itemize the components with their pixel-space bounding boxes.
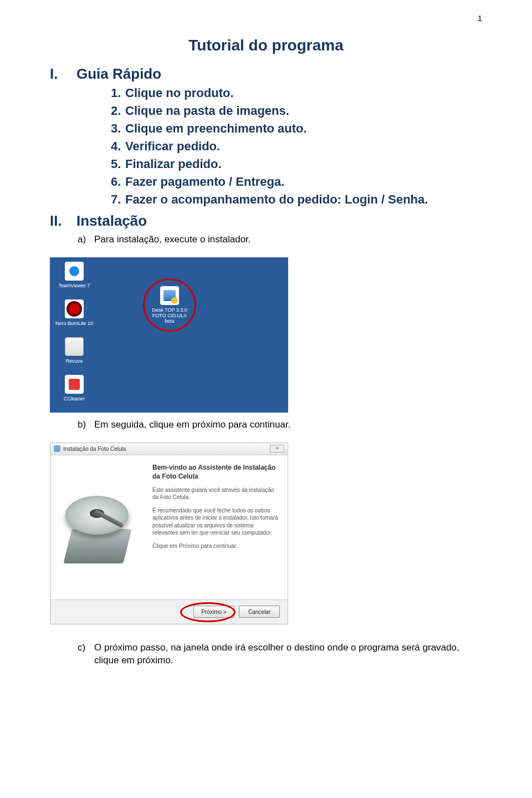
window-titlebar: Instalação da Foto Celula ✕ bbox=[50, 443, 288, 455]
harddrive-icon bbox=[62, 491, 133, 563]
section-roman: II. bbox=[50, 212, 65, 230]
instalacao-steps: c) O próximo passo, na janela onde irá e… bbox=[78, 641, 482, 668]
icon-label: CCleaner bbox=[52, 396, 96, 401]
window-close-button[interactable]: ✕ bbox=[270, 445, 284, 453]
desktop-icon-recuva[interactable]: Recuva bbox=[52, 337, 96, 364]
desktop-icon-nero[interactable]: Nero BurnLite 10 bbox=[52, 299, 96, 326]
installer-footer: Próximo > Cancelar bbox=[50, 599, 288, 624]
installer-banner bbox=[50, 455, 145, 599]
step-b: b) Em seguida, clique em próximo para co… bbox=[78, 418, 482, 431]
list-item: 5.Finalizar pedido. bbox=[111, 157, 482, 171]
highlight-oval bbox=[180, 602, 236, 622]
window-title: Instalação da Foto Celula bbox=[63, 446, 126, 452]
installer-text-panel: Bem-vindo ao Assistente de Instalação da… bbox=[145, 455, 288, 599]
desktop-screenshot: TeamViewer 7 Nero BurnLite 10 Recuva CCl… bbox=[50, 257, 288, 413]
list-item: 6.Fazer pagamento / Entrega. bbox=[111, 175, 482, 189]
icon-label: Nero BurnLite 10 bbox=[52, 321, 96, 326]
list-item: 7.Fazer o acompanhamento do pedido: Logi… bbox=[111, 192, 482, 207]
installer-paragraph: Clique em Próximo para continuar. bbox=[152, 542, 279, 550]
desktop-icon-ccleaner[interactable]: CCleaner bbox=[52, 375, 96, 401]
step-a: a) Para instalação, execute o instalador… bbox=[78, 233, 482, 246]
list-item: 2.Clique na pasta de imagens. bbox=[111, 104, 482, 118]
section-roman: I. bbox=[50, 65, 65, 83]
page-title: Tutorial do programa bbox=[50, 37, 482, 54]
section-label: Instalação bbox=[76, 212, 147, 230]
list-item: 1.Clique no produto. bbox=[111, 86, 482, 100]
list-item: 3.Clique em preenchimento auto. bbox=[111, 121, 482, 136]
section-instalacao: II. Instalação bbox=[50, 212, 482, 230]
window-icon bbox=[54, 445, 60, 452]
page-number: 1 bbox=[478, 13, 482, 23]
highlight-circle bbox=[143, 278, 196, 332]
list-item: 4.Verificar pedido. bbox=[111, 139, 482, 154]
section-guia-rapido: I. Guia Rápido bbox=[50, 65, 482, 83]
installer-paragraph: É recomendado que você feche todos os ou… bbox=[152, 507, 279, 537]
nero-icon bbox=[65, 299, 84, 318]
desktop-icon-teamviewer[interactable]: TeamViewer 7 bbox=[52, 262, 96, 288]
installer-screenshot: Instalação da Foto Celula ✕ Bem-vindo ao… bbox=[50, 443, 288, 624]
teamviewer-icon bbox=[65, 262, 84, 281]
icon-label: TeamViewer 7 bbox=[52, 283, 96, 288]
recuva-icon bbox=[65, 337, 84, 356]
cancel-button[interactable]: Cancelar bbox=[239, 606, 280, 618]
section-label: Guia Rápido bbox=[76, 65, 161, 83]
ccleaner-icon bbox=[65, 375, 84, 394]
installer-heading: Bem-vindo ao Assistente de Instalação da… bbox=[152, 463, 279, 481]
instalacao-steps: a) Para instalação, execute o instalador… bbox=[78, 233, 482, 246]
installer-paragraph: Este assistente guiará você através da i… bbox=[152, 486, 279, 501]
step-c: c) O próximo passo, na janela onde irá e… bbox=[78, 641, 482, 668]
icon-label: Recuva bbox=[52, 358, 96, 364]
guia-rapido-list: 1.Clique no produto. 2.Clique na pasta d… bbox=[111, 86, 482, 207]
instalacao-steps: b) Em seguida, clique em próximo para co… bbox=[78, 418, 482, 431]
